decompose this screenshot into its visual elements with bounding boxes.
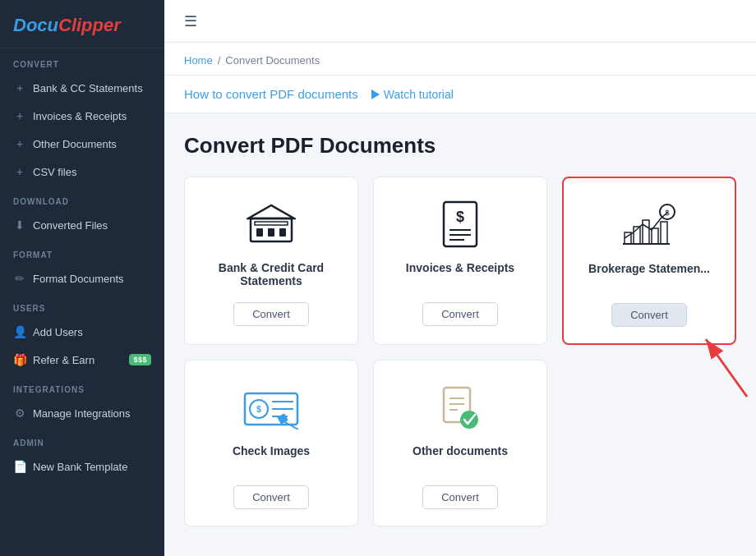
svg-text:$: $ xyxy=(456,209,464,225)
gear-icon: ⚙ xyxy=(13,407,26,420)
sidebar-item-label: New Bank Template xyxy=(33,461,127,473)
sidebar-item-other-docs[interactable]: + Other Documents xyxy=(0,130,164,158)
content-area: Home / Convert Documents How to convert … xyxy=(164,43,756,556)
pencil-icon: ✏ xyxy=(13,272,26,285)
sidebar-item-label: Manage Integrations xyxy=(33,407,131,420)
bank-icon xyxy=(247,204,296,246)
check-convert-button[interactable]: Convert xyxy=(233,485,309,509)
play-icon xyxy=(371,90,380,99)
sidebar-item-invoices[interactable]: + Invoices & Receipts xyxy=(0,102,164,130)
svg-rect-15 xyxy=(661,222,667,244)
svg-text:$: $ xyxy=(256,405,261,414)
breadcrumb-current: Convert Documents xyxy=(225,54,320,67)
refer-earn-badge: $$$ xyxy=(129,354,151,365)
sidebar-item-label: Bank & CC Statements xyxy=(33,82,143,94)
sidebar: DocuClipper CONVERT + Bank & CC Statemen… xyxy=(0,0,164,556)
breadcrumb: Home / Convert Documents xyxy=(164,43,756,76)
plus-icon: + xyxy=(13,165,26,178)
brokerage-card[interactable]: $ Brokerage Statemen... Convert xyxy=(562,177,736,345)
brokerage-icon-area: $ xyxy=(620,201,678,250)
sidebar-item-label: Refer & Earn xyxy=(33,354,94,366)
bank-card-label: Bank & Credit Card Statements xyxy=(201,261,341,291)
how-to-text: How to convert PDF documents xyxy=(184,87,358,101)
sidebar-item-label: CSV files xyxy=(33,166,76,178)
cards-grid: Bank & Credit Card Statements Convert $ xyxy=(184,177,736,526)
plus-icon: + xyxy=(13,137,26,150)
hamburger-menu[interactable]: ☰ xyxy=(184,12,197,30)
sidebar-item-label: Other Documents xyxy=(33,138,117,150)
invoice-icon: $ xyxy=(440,200,481,250)
section-users: USERS xyxy=(0,292,164,318)
check-icon-area: $ xyxy=(242,384,300,433)
user-icon: 👤 xyxy=(13,325,26,338)
watch-tutorial-link[interactable]: Watch tutorial xyxy=(371,88,454,101)
download-icon: ⬇ xyxy=(13,218,26,232)
sidebar-item-label: Format Documents xyxy=(33,273,124,285)
other-docs-icon xyxy=(440,384,481,433)
brokerage-card-label: Brokerage Statemen... xyxy=(588,262,710,292)
sidebar-item-format-docs[interactable]: ✏ Format Documents xyxy=(0,264,164,292)
sidebar-item-converted-files[interactable]: ⬇ Converted Files xyxy=(0,211,164,239)
sidebar-item-add-users[interactable]: 👤 Add Users xyxy=(0,318,164,346)
sidebar-item-bank-cc[interactable]: + Bank & CC Statements xyxy=(0,74,164,102)
svg-rect-4 xyxy=(268,228,274,237)
how-to-bar: How to convert PDF documents Watch tutor… xyxy=(164,76,756,113)
breadcrumb-separator: / xyxy=(218,54,221,67)
section-format: FORMAT xyxy=(0,239,164,264)
topbar: ☰ xyxy=(164,0,756,43)
sidebar-item-label: Add Users xyxy=(33,326,83,338)
svg-point-33 xyxy=(460,411,478,429)
other-convert-button[interactable]: Convert xyxy=(422,485,498,509)
plus-icon: + xyxy=(13,81,26,94)
sidebar-item-label: Converted Files xyxy=(33,219,108,232)
invoices-card-label: Invoices & Receipts xyxy=(406,261,514,291)
sidebar-item-new-bank-template[interactable]: 📄 New Bank Template xyxy=(0,453,164,480)
page-title: Convert PDF Documents xyxy=(184,133,736,159)
logo-text: DocuClipper xyxy=(13,15,121,35)
bank-convert-button[interactable]: Convert xyxy=(233,302,309,326)
section-download: DOWNLOAD xyxy=(0,186,164,211)
check-card[interactable]: $ Check Images Convert xyxy=(184,360,358,526)
sidebar-item-label: Invoices & Receipts xyxy=(33,110,127,122)
sidebar-item-refer-earn[interactable]: 🎁 Refer & Earn $$$ xyxy=(0,346,164,374)
main-area: ☰ Home / Convert Documents How to conver… xyxy=(164,0,756,556)
section-integrations: INTEGRATIONS xyxy=(0,374,164,399)
svg-rect-1 xyxy=(255,222,288,225)
svg-line-20 xyxy=(706,339,747,397)
svg-rect-14 xyxy=(652,228,658,244)
invoices-card[interactable]: $ Invoices & Receipts Convert xyxy=(373,177,547,345)
other-icon-area xyxy=(440,384,481,433)
section-admin: ADMIN xyxy=(0,427,164,453)
brokerage-icon: $ xyxy=(620,204,678,249)
svg-rect-5 xyxy=(279,228,286,237)
breadcrumb-home[interactable]: Home xyxy=(184,54,213,67)
check-card-label: Check Images xyxy=(233,444,310,474)
svg-rect-3 xyxy=(256,228,263,237)
page-content: Convert PDF Documents Ban xyxy=(164,113,756,546)
section-convert: CONVERT xyxy=(0,48,164,74)
plus-icon: + xyxy=(13,109,26,122)
logo: DocuClipper xyxy=(0,0,164,48)
check-image-icon: $ xyxy=(242,387,300,430)
invoices-icon-area: $ xyxy=(440,200,481,250)
sidebar-item-csv[interactable]: + CSV files xyxy=(0,158,164,186)
bank-icon-area xyxy=(247,200,296,250)
svg-marker-2 xyxy=(248,205,294,218)
bank-card[interactable]: Bank & Credit Card Statements Convert xyxy=(184,177,358,345)
invoices-convert-button[interactable]: Convert xyxy=(422,302,498,326)
other-card[interactable]: Other documents Convert xyxy=(373,360,547,526)
gift-icon: 🎁 xyxy=(13,353,26,366)
annotation-arrow xyxy=(681,327,756,401)
other-card-label: Other documents xyxy=(413,444,508,474)
sidebar-item-manage-integrations[interactable]: ⚙ Manage Integrations xyxy=(0,399,164,427)
watch-tutorial-label: Watch tutorial xyxy=(384,88,454,101)
brokerage-convert-button[interactable]: Convert xyxy=(611,303,687,327)
svg-rect-13 xyxy=(643,220,649,244)
file-icon: 📄 xyxy=(13,460,26,473)
